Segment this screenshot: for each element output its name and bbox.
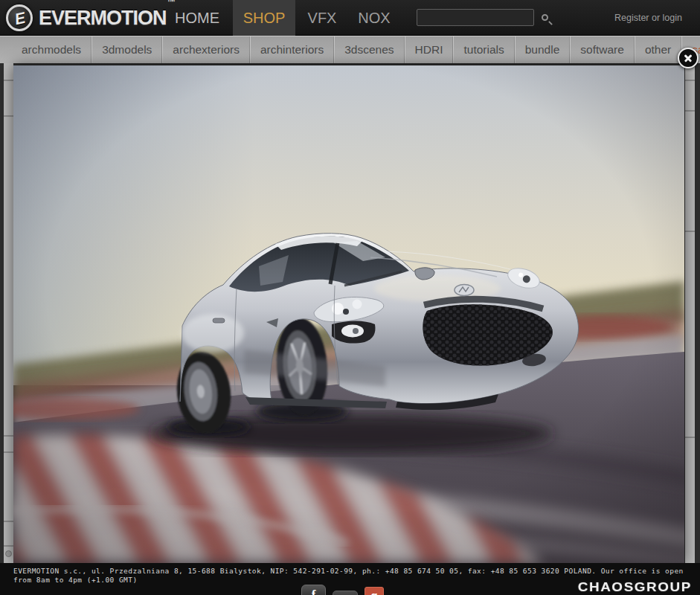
evermotion-logo[interactable]: E EVERMOTIONTM <box>6 3 173 33</box>
vignette <box>13 65 684 563</box>
facebook-icon[interactable]: f <box>301 585 326 595</box>
decorative-dot-icon <box>5 550 12 557</box>
nav-home[interactable]: HOME <box>171 0 223 36</box>
footer: EVERMOTION s.c., ul. Przedzalniana 8, 15… <box>0 563 700 595</box>
social-icons: f g <box>301 585 384 595</box>
page-edge-strip-left <box>4 63 13 563</box>
cat-other[interactable]: other <box>635 36 681 63</box>
lightbox-close-button[interactable] <box>678 48 699 68</box>
search-box <box>417 9 534 26</box>
lightbox-car-photo[interactable] <box>13 65 684 563</box>
google-plus-icon[interactable]: g <box>365 587 384 595</box>
register-or-login-link[interactable]: Register or login <box>614 13 682 23</box>
cat-archmodels[interactable]: archmodels <box>12 36 91 63</box>
logo-badge-letter: E <box>13 9 28 28</box>
logo-text: EVERMOTIONTM <box>39 7 173 30</box>
evermotion-logo-icon: E <box>6 4 33 31</box>
footer-address-line2: from 8am to 4pm (+1.00 GMT) <box>13 576 138 584</box>
main-header: E EVERMOTIONTM HOME SHOP VFX NOX Registe… <box>0 0 700 36</box>
car-photo-svg <box>13 65 684 563</box>
cat-bundle[interactable]: bundle <box>515 36 571 63</box>
category-nav: archmodels 3dmodels archexteriors archin… <box>0 36 700 63</box>
cat-3dmodels[interactable]: 3dmodels <box>91 36 162 63</box>
cat-archexteriors[interactable]: archexteriors <box>162 36 250 63</box>
dimmed-page-background <box>0 63 700 563</box>
cat-3dscenes[interactable]: 3dscenes <box>334 36 404 63</box>
cat-hdri[interactable]: HDRI <box>405 36 454 63</box>
chaosgroup-logo[interactable]: CHAOSGROUP <box>578 581 692 594</box>
page-edge-strip-right <box>685 63 695 563</box>
nav-shop-active[interactable]: SHOP <box>233 0 295 36</box>
nav-vfx[interactable]: VFX <box>301 0 343 36</box>
nav-nox[interactable]: NOX <box>352 0 396 36</box>
footer-address-line1: EVERMOTION s.c., ul. Przedzalniana 8, 15… <box>13 567 684 575</box>
search-input[interactable] <box>417 13 542 23</box>
search-icon[interactable] <box>542 14 548 21</box>
cat-software[interactable]: software <box>570 36 635 63</box>
cat-tutorials[interactable]: tutorials <box>453 36 514 63</box>
page-root: E EVERMOTIONTM HOME SHOP VFX NOX Registe… <box>0 0 700 595</box>
cat-archinteriors[interactable]: archinteriors <box>250 36 334 63</box>
twitter-icon[interactable] <box>333 591 358 595</box>
